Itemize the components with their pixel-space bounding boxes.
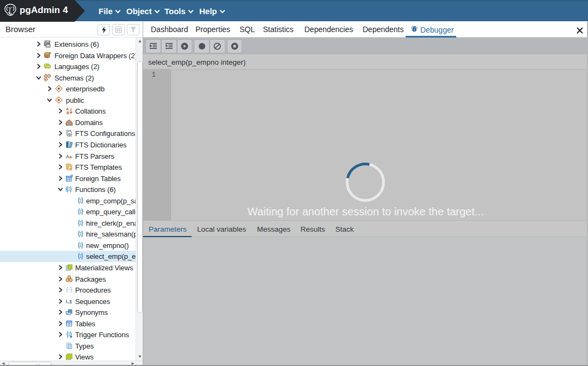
- svg-text:B: B: [66, 111, 69, 115]
- svg-text:a: a: [70, 154, 72, 159]
- svg-text:3: 3: [69, 299, 72, 305]
